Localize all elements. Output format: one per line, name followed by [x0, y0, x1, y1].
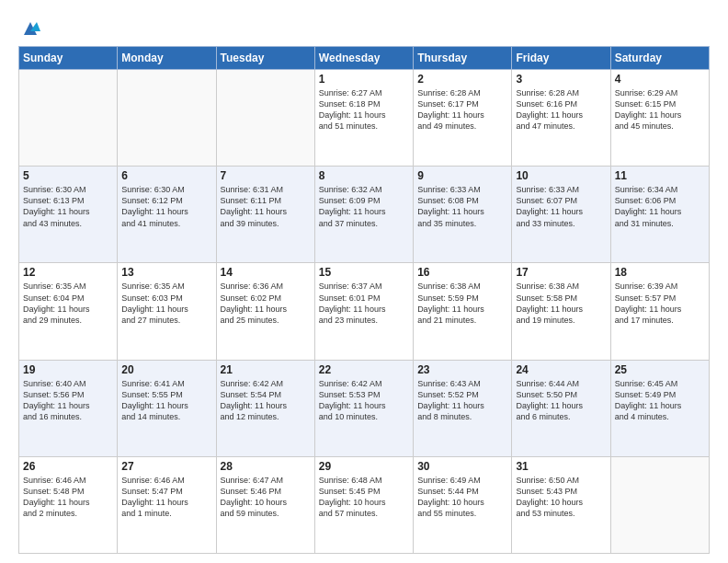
- day-info: Sunrise: 6:28 AM Sunset: 6:17 PM Dayligh…: [417, 87, 507, 132]
- calendar-cell: [216, 70, 314, 167]
- day-info: Sunrise: 6:47 AM Sunset: 5:46 PM Dayligh…: [221, 475, 311, 520]
- day-number: 6: [121, 169, 211, 182]
- day-info: Sunrise: 6:33 AM Sunset: 6:08 PM Dayligh…: [417, 184, 507, 229]
- weekday-header-tuesday: Tuesday: [216, 47, 314, 70]
- day-number: 11: [615, 169, 705, 182]
- calendar-week-5: 26Sunrise: 6:46 AM Sunset: 5:48 PM Dayli…: [19, 456, 710, 553]
- day-info: Sunrise: 6:50 AM Sunset: 5:43 PM Dayligh…: [516, 475, 606, 520]
- day-number: 16: [417, 266, 507, 279]
- day-number: 23: [417, 363, 507, 376]
- calendar-cell: 3Sunrise: 6:28 AM Sunset: 6:16 PM Daylig…: [512, 70, 610, 167]
- calendar-cell: 18Sunrise: 6:39 AM Sunset: 5:57 PM Dayli…: [610, 263, 709, 360]
- day-number: 8: [319, 169, 409, 182]
- calendar-week-2: 5Sunrise: 6:30 AM Sunset: 6:13 PM Daylig…: [19, 167, 710, 263]
- day-info: Sunrise: 6:45 AM Sunset: 5:49 PM Dayligh…: [615, 378, 705, 423]
- day-info: Sunrise: 6:46 AM Sunset: 5:48 PM Dayligh…: [23, 475, 113, 520]
- calendar-cell: 8Sunrise: 6:32 AM Sunset: 6:09 PM Daylig…: [314, 167, 413, 263]
- calendar-cell: 24Sunrise: 6:44 AM Sunset: 5:50 PM Dayli…: [512, 360, 610, 456]
- day-number: 15: [319, 266, 409, 279]
- day-info: Sunrise: 6:44 AM Sunset: 5:50 PM Dayligh…: [516, 378, 606, 423]
- day-number: 12: [23, 266, 113, 279]
- calendar-cell: 2Sunrise: 6:28 AM Sunset: 6:17 PM Daylig…: [414, 70, 512, 167]
- day-info: Sunrise: 6:42 AM Sunset: 5:53 PM Dayligh…: [319, 378, 409, 423]
- weekday-header-wednesday: Wednesday: [314, 47, 413, 70]
- day-info: Sunrise: 6:48 AM Sunset: 5:45 PM Dayligh…: [319, 475, 409, 520]
- day-number: 31: [516, 460, 606, 473]
- day-number: 27: [121, 460, 211, 473]
- calendar-cell: 5Sunrise: 6:30 AM Sunset: 6:13 PM Daylig…: [19, 167, 118, 263]
- day-info: Sunrise: 6:49 AM Sunset: 5:44 PM Dayligh…: [417, 475, 507, 520]
- day-info: Sunrise: 6:30 AM Sunset: 6:12 PM Dayligh…: [121, 184, 211, 229]
- calendar-cell: 15Sunrise: 6:37 AM Sunset: 6:01 PM Dayli…: [314, 263, 413, 360]
- day-number: 14: [221, 266, 311, 279]
- calendar-cell: 19Sunrise: 6:40 AM Sunset: 5:56 PM Dayli…: [19, 360, 118, 456]
- day-number: 21: [221, 363, 311, 376]
- calendar-cell: 9Sunrise: 6:33 AM Sunset: 6:08 PM Daylig…: [414, 167, 512, 263]
- calendar-cell: 11Sunrise: 6:34 AM Sunset: 6:06 PM Dayli…: [610, 167, 709, 263]
- day-number: 18: [615, 266, 705, 279]
- calendar-cell: 26Sunrise: 6:46 AM Sunset: 5:48 PM Dayli…: [19, 456, 118, 553]
- day-number: 17: [516, 266, 606, 279]
- day-info: Sunrise: 6:30 AM Sunset: 6:13 PM Dayligh…: [23, 184, 113, 229]
- day-info: Sunrise: 6:36 AM Sunset: 6:02 PM Dayligh…: [221, 281, 311, 326]
- calendar-cell: 25Sunrise: 6:45 AM Sunset: 5:49 PM Dayli…: [610, 360, 709, 456]
- day-info: Sunrise: 6:34 AM Sunset: 6:06 PM Dayligh…: [615, 184, 705, 229]
- day-info: Sunrise: 6:39 AM Sunset: 5:57 PM Dayligh…: [615, 281, 705, 326]
- day-info: Sunrise: 6:46 AM Sunset: 5:47 PM Dayligh…: [121, 475, 211, 520]
- calendar-week-1: 1Sunrise: 6:27 AM Sunset: 6:18 PM Daylig…: [19, 70, 710, 167]
- day-info: Sunrise: 6:32 AM Sunset: 6:09 PM Dayligh…: [319, 184, 409, 229]
- calendar-cell: 23Sunrise: 6:43 AM Sunset: 5:52 PM Dayli…: [414, 360, 512, 456]
- day-number: 19: [23, 363, 113, 376]
- day-info: Sunrise: 6:42 AM Sunset: 5:54 PM Dayligh…: [221, 378, 311, 423]
- day-info: Sunrise: 6:28 AM Sunset: 6:16 PM Dayligh…: [516, 87, 606, 132]
- calendar-cell: [118, 70, 216, 167]
- day-info: Sunrise: 6:35 AM Sunset: 6:04 PM Dayligh…: [23, 281, 113, 326]
- calendar-cell: 22Sunrise: 6:42 AM Sunset: 5:53 PM Dayli…: [314, 360, 413, 456]
- day-info: Sunrise: 6:40 AM Sunset: 5:56 PM Dayligh…: [23, 378, 113, 423]
- weekday-header-monday: Monday: [118, 47, 216, 70]
- day-info: Sunrise: 6:43 AM Sunset: 5:52 PM Dayligh…: [417, 378, 507, 423]
- weekday-header-row: SundayMondayTuesdayWednesdayThursdayFrid…: [19, 47, 710, 70]
- day-number: 2: [417, 73, 507, 86]
- day-info: Sunrise: 6:29 AM Sunset: 6:15 PM Dayligh…: [615, 87, 705, 132]
- day-info: Sunrise: 6:35 AM Sunset: 6:03 PM Dayligh…: [121, 281, 211, 326]
- calendar-cell: 29Sunrise: 6:48 AM Sunset: 5:45 PM Dayli…: [314, 456, 413, 553]
- calendar-cell: 12Sunrise: 6:35 AM Sunset: 6:04 PM Dayli…: [19, 263, 118, 360]
- calendar-week-3: 12Sunrise: 6:35 AM Sunset: 6:04 PM Dayli…: [19, 263, 710, 360]
- day-number: 22: [319, 363, 409, 376]
- day-number: 9: [417, 169, 507, 182]
- weekday-header-saturday: Saturday: [610, 47, 709, 70]
- day-number: 10: [516, 169, 606, 182]
- day-number: 3: [516, 73, 606, 86]
- day-number: 26: [23, 460, 113, 473]
- header: [18, 17, 710, 39]
- calendar-cell: 27Sunrise: 6:46 AM Sunset: 5:47 PM Dayli…: [118, 456, 216, 553]
- day-info: Sunrise: 6:31 AM Sunset: 6:11 PM Dayligh…: [221, 184, 311, 229]
- calendar-cell: 21Sunrise: 6:42 AM Sunset: 5:54 PM Dayli…: [216, 360, 314, 456]
- calendar-cell: 4Sunrise: 6:29 AM Sunset: 6:15 PM Daylig…: [610, 70, 709, 167]
- calendar-cell: 1Sunrise: 6:27 AM Sunset: 6:18 PM Daylig…: [314, 70, 413, 167]
- day-number: 29: [319, 460, 409, 473]
- calendar-cell: 20Sunrise: 6:41 AM Sunset: 5:55 PM Dayli…: [118, 360, 216, 456]
- day-info: Sunrise: 6:41 AM Sunset: 5:55 PM Dayligh…: [121, 378, 211, 423]
- weekday-header-sunday: Sunday: [19, 47, 118, 70]
- weekday-header-friday: Friday: [512, 47, 610, 70]
- day-info: Sunrise: 6:27 AM Sunset: 6:18 PM Dayligh…: [319, 87, 409, 132]
- calendar-cell: [610, 456, 709, 553]
- day-number: 5: [23, 169, 113, 182]
- calendar-table: SundayMondayTuesdayWednesdayThursdayFrid…: [18, 46, 710, 554]
- day-number: 13: [121, 266, 211, 279]
- day-info: Sunrise: 6:38 AM Sunset: 5:58 PM Dayligh…: [516, 281, 606, 326]
- calendar-cell: 28Sunrise: 6:47 AM Sunset: 5:46 PM Dayli…: [216, 456, 314, 553]
- day-info: Sunrise: 6:33 AM Sunset: 6:07 PM Dayligh…: [516, 184, 606, 229]
- day-number: 4: [615, 73, 705, 86]
- calendar-cell: 17Sunrise: 6:38 AM Sunset: 5:58 PM Dayli…: [512, 263, 610, 360]
- calendar-cell: 7Sunrise: 6:31 AM Sunset: 6:11 PM Daylig…: [216, 167, 314, 263]
- calendar-cell: [19, 70, 118, 167]
- logo: [18, 17, 40, 39]
- calendar-cell: 13Sunrise: 6:35 AM Sunset: 6:03 PM Dayli…: [118, 263, 216, 360]
- day-number: 25: [615, 363, 705, 376]
- calendar-cell: 31Sunrise: 6:50 AM Sunset: 5:43 PM Dayli…: [512, 456, 610, 553]
- day-number: 28: [221, 460, 311, 473]
- day-number: 7: [221, 169, 311, 182]
